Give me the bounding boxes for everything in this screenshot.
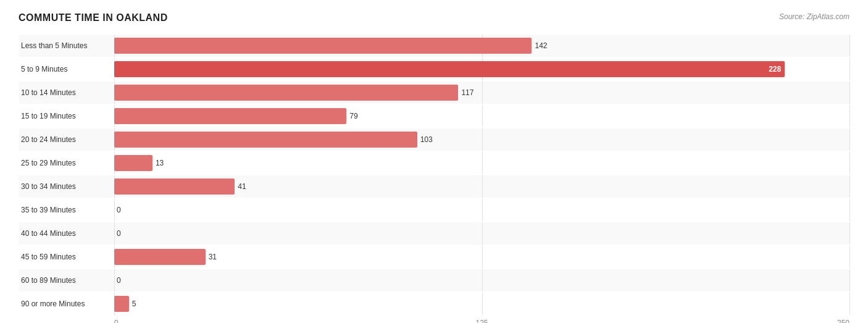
chart-area: Less than 5 Minutes1425 to 9 Minutes2281… [19,35,849,323]
bar-row: 40 to 44 Minutes0 [19,222,849,245]
bar-value: 5 [132,300,136,308]
bar-label: 10 to 14 Minutes [19,88,114,97]
x-axis-tick-label: 250 [837,319,849,323]
bar-value: 142 [535,41,547,50]
gridline [482,246,483,268]
gridline [849,222,850,245]
bar-value: 41 [238,182,246,191]
x-axis-tick-label: 125 [476,319,488,323]
bar-value: 0 [117,276,121,285]
bar-row: Less than 5 Minutes142 [19,35,849,57]
gridline [849,246,850,268]
bar-fill: 228 [114,61,785,77]
bar-fill: 103 [114,132,417,148]
bar-row: 20 to 24 Minutes103 [19,128,849,151]
bar-label: 5 to 9 Minutes [19,65,114,73]
x-axis-tick-label: 0 [114,319,119,323]
bar-label: 15 to 19 Minutes [19,112,114,120]
bar-row: 10 to 14 Minutes117 [19,82,849,104]
bar-value: 228 [769,65,781,73]
gridline [482,199,483,221]
bar-fill: 41 [114,178,235,195]
bar-fill: 142 [114,38,532,54]
bar-track: 31 [114,246,849,268]
bar-row: 90 or more Minutes5 [19,293,849,315]
gridline [849,35,850,57]
gridline [114,269,115,292]
bar-label: 40 to 44 Minutes [19,229,114,238]
chart-title: COMMUTE TIME IN OAKLAND [19,12,168,23]
gridline [849,58,850,80]
bar-row: 30 to 34 Minutes41 [19,175,849,198]
bar-row: 25 to 29 Minutes13 [19,152,849,174]
bar-label: 45 to 59 Minutes [19,253,114,261]
bar-value: 0 [117,229,121,238]
gridline [482,269,483,292]
bar-row: 60 to 89 Minutes0 [19,269,849,292]
bar-track: 228 [114,58,849,80]
gridline [849,128,850,151]
bar-label: 20 to 24 Minutes [19,135,114,144]
bar-value: 0 [117,206,121,214]
gridline [849,199,850,221]
gridline [482,175,483,198]
gridline [482,105,483,127]
bar-value: 117 [461,88,474,97]
chart-header: COMMUTE TIME IN OAKLAND Source: ZipAtlas… [19,12,849,23]
bar-track: 142 [114,35,849,57]
bar-row: 45 to 59 Minutes31 [19,246,849,268]
gridline [849,269,850,292]
gridline [849,152,850,174]
gridline [114,222,115,245]
bar-label: 25 to 29 Minutes [19,159,114,167]
bar-value: 13 [156,159,164,167]
bar-fill: 117 [114,85,458,101]
bar-label: Less than 5 Minutes [19,41,114,50]
bar-fill: 5 [114,296,129,312]
gridline [114,199,115,221]
bar-value: 103 [420,135,433,144]
bar-track: 117 [114,82,849,104]
gridline [482,128,483,151]
bar-track: 0 [114,199,849,221]
bar-track: 0 [114,222,849,245]
bar-value: 31 [209,253,217,261]
bar-track: 0 [114,269,849,292]
x-axis: 0125250 [114,319,849,323]
gridline [849,82,850,104]
source-label: Source: ZipAtlas.com [779,12,849,21]
gridline [482,222,483,245]
bar-track: 13 [114,152,849,174]
bar-value: 79 [349,112,357,120]
bar-fill: 31 [114,249,206,265]
bar-track: 103 [114,128,849,151]
bar-track: 79 [114,105,849,127]
bar-fill: 79 [114,108,346,124]
bar-row: 5 to 9 Minutes228 [19,58,849,80]
bar-track: 41 [114,175,849,198]
gridline [482,152,483,174]
bar-row: 35 to 39 Minutes0 [19,199,849,221]
bar-row: 15 to 19 Minutes79 [19,105,849,127]
bar-label: 60 to 89 Minutes [19,276,114,285]
gridline [849,105,850,127]
gridline [849,175,850,198]
bar-label: 90 or more Minutes [19,300,114,308]
gridline [849,293,850,315]
gridline [482,82,483,104]
bar-fill: 13 [114,155,152,171]
bar-label: 35 to 39 Minutes [19,206,114,214]
bar-track: 5 [114,293,849,315]
bar-label: 30 to 34 Minutes [19,182,114,191]
gridline [482,293,483,315]
